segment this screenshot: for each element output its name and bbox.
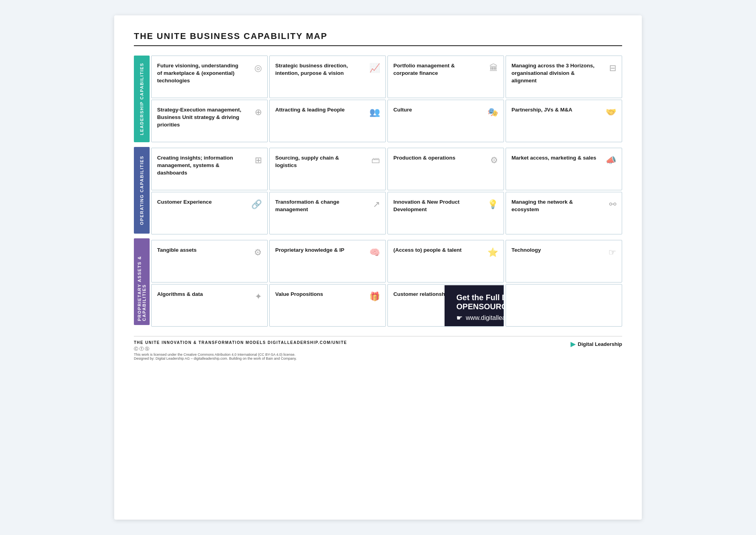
- cell-text: Creating insights; information managemen…: [157, 154, 243, 177]
- cell-text: Proprietary knowledge & IP: [275, 247, 345, 254]
- grid-row-leadership-1: Future visioning, understanding of marke…: [151, 56, 622, 98]
- cell-partnership: Partnership, JVs & M&A 🤝: [506, 100, 622, 142]
- cell-icon-assets: ⚙: [254, 247, 262, 258]
- page-title: THE UNITE BUSINESS CAPABILITY MAP: [134, 31, 622, 41]
- cell-strategic-business: Strategic business direction, intention,…: [269, 56, 386, 98]
- cell-text: Tangible assets: [157, 247, 196, 254]
- cell-text: Partnership, JVs & M&A: [511, 106, 573, 114]
- cell-icon-target: ⊕: [255, 107, 262, 117]
- cell-text: Algorithms & data: [157, 291, 203, 298]
- cell-attracting-leading: Attracting & leading People 👥: [269, 100, 386, 142]
- category-labels-column: LEADERSHIP CAPABILITIES OPERATING CAPABI…: [134, 56, 150, 327]
- cell-text: Transformation & change management: [275, 199, 361, 214]
- spacer-1: [151, 144, 622, 146]
- cell-icon-gift: 🎁: [369, 292, 380, 302]
- cell-text: Managing the network & ecosystem: [511, 199, 597, 214]
- cell-text: Portfolio management & corporate finance: [393, 62, 479, 77]
- cell-market-access: Market access, marketing & sales 📣: [506, 148, 622, 190]
- cell-customer-relationships: Customer relationships Get the Full Down…: [387, 284, 504, 327]
- banner-url: ☛ www.digitalleadership.com/UNITE: [456, 314, 504, 322]
- cell-icon-link: 🔗: [251, 199, 262, 210]
- cell-culture: Culture 🎭: [387, 100, 504, 142]
- cell-text: Attracting & leading People: [275, 106, 345, 114]
- cell-text: Production & operations: [393, 154, 456, 162]
- cell-icon-chart: 📈: [369, 63, 380, 73]
- cell-production-operations: Production & operations ⚙: [387, 148, 504, 190]
- cell-icon-dashboard: ⊞: [255, 155, 262, 165]
- footer: THE UNITE INNOVATION & TRANSFORMATION MO…: [134, 336, 622, 360]
- label-leadership: LEADERSHIP CAPABILITIES: [134, 56, 150, 142]
- cell-strategy-execution: Strategy-Execution management, Business …: [151, 100, 268, 142]
- cell-text: Strategic business direction, intention,…: [275, 62, 361, 77]
- cell-icon-megaphone: 📣: [606, 155, 616, 165]
- cell-transformation-change: Transformation & change management ↗: [269, 192, 386, 234]
- cell-value-propositions: Value Propositions 🎁: [269, 284, 386, 327]
- capability-map: LEADERSHIP CAPABILITIES OPERATING CAPABI…: [134, 56, 622, 327]
- finger-icon: ☛: [456, 314, 463, 322]
- cell-text: Culture: [393, 106, 412, 114]
- grid-row-proprietary-1: Tangible assets ⚙ Proprietary knowledge …: [151, 240, 622, 282]
- footer-design: Designed by: Digital Leadership AG – dig…: [134, 357, 347, 360]
- cell-text: Customer relationships: [393, 291, 453, 298]
- cell-icon-star: ⭐: [487, 247, 498, 258]
- cell-icon-brain: 🧠: [369, 247, 380, 258]
- cell-tangible-assets: Tangible assets ⚙: [151, 240, 268, 282]
- footer-license: This work is licensed under the Creative…: [134, 353, 347, 357]
- cell-icon-tech: ☞: [608, 247, 616, 258]
- cell-future-visioning: Future visioning, understanding of marke…: [151, 56, 268, 98]
- cell-icon-building: 🏛: [489, 63, 498, 73]
- footer-arrow-icon: ▶: [571, 340, 575, 348]
- spacer-2: [151, 236, 622, 238]
- footer-left: THE UNITE INNOVATION & TRANSFORMATION MO…: [134, 340, 347, 360]
- cell-text: Innovation & New Product Development: [393, 199, 479, 214]
- cell-sourcing-supply: Sourcing, supply chain & logistics 🗃: [269, 148, 386, 190]
- cell-managing-horizons: Managing across the 3 Horizons, organisa…: [506, 56, 622, 98]
- footer-brand-line: THE UNITE INNOVATION & TRANSFORMATION MO…: [134, 340, 347, 345]
- page: THE UNITE BUSINESS CAPABILITY MAP LEADER…: [114, 15, 642, 520]
- cell-icon-people: 👥: [369, 107, 380, 117]
- cell-icon-storage: 🗃: [371, 155, 380, 165]
- cell-icon-handshake: 🤝: [606, 107, 616, 117]
- cell-empty: [506, 284, 622, 327]
- cell-text: Customer Experience: [157, 199, 212, 206]
- footer-company-name: Digital Leadership: [578, 341, 622, 347]
- cell-text: Future visioning, understanding of marke…: [157, 62, 243, 85]
- cell-icon-mask: 🎭: [487, 107, 498, 117]
- grid-area: Future visioning, understanding of marke…: [151, 56, 622, 327]
- cell-text: Technology: [511, 247, 541, 254]
- label-proprietary: PROPRIETARY ASSETS & CAPABILITIES: [134, 238, 150, 325]
- cell-proprietary-knowledge: Proprietary knowledge & IP 🧠: [269, 240, 386, 282]
- cell-text: Strategy-Execution management, Business …: [157, 106, 243, 129]
- cell-text: Sourcing, supply chain & logistics: [275, 154, 361, 169]
- label-operating: OPERATING CAPABILITIES: [134, 147, 150, 234]
- cell-icon-algorithm: ✦: [255, 292, 262, 302]
- cell-creating-insights: Creating insights; information managemen…: [151, 148, 268, 190]
- cell-icon-bulb: 💡: [487, 199, 498, 210]
- cell-innovation-npd: Innovation & New Product Development 💡: [387, 192, 504, 234]
- cell-icon-grid: ⊟: [609, 63, 616, 73]
- cell-algorithms-data: Algorithms & data ✦: [151, 284, 268, 327]
- title-divider: [134, 45, 622, 46]
- footer-company: ▶ Digital Leadership: [571, 340, 622, 348]
- cell-text: Managing across the 3 Horizons, organisa…: [511, 62, 597, 85]
- cell-icon-network: ⚯: [609, 199, 616, 210]
- cell-technology: Technology ☞: [506, 240, 622, 282]
- cell-customer-experience: Customer Experience 🔗: [151, 192, 268, 234]
- banner-url-text: www.digitalleadership.com/UNITE: [466, 314, 504, 321]
- cell-text: Market access, marketing & sales: [511, 154, 596, 162]
- cell-icon-transform: ↗: [373, 199, 380, 210]
- grid-row-operating-1: Creating insights; information managemen…: [151, 148, 622, 190]
- cell-icon-globe: ◎: [254, 63, 262, 73]
- promo-banner: Get the Full Download For FREE and OPENS…: [445, 285, 504, 327]
- cell-managing-network: Managing the network & ecosystem ⚯: [506, 192, 622, 234]
- grid-row-operating-2: Customer Experience 🔗 Transformation & c…: [151, 192, 622, 234]
- cell-portfolio-management: Portfolio management & corporate finance…: [387, 56, 504, 98]
- grid-row-leadership-2: Strategy-Execution management, Business …: [151, 100, 622, 142]
- grid-row-proprietary-2: Algorithms & data ✦ Value Propositions 🎁…: [151, 284, 622, 327]
- banner-title: Get the Full Download For FREE and OPENS…: [456, 293, 504, 311]
- cell-access-people-talent: (Access to) people & talent ⭐: [387, 240, 504, 282]
- cell-icon-gear: ⚙: [490, 155, 498, 165]
- cell-text: (Access to) people & talent: [393, 247, 461, 254]
- cc-icon: Ⓒ ⓕ Ⓢ: [134, 346, 149, 352]
- cell-text: Value Propositions: [275, 291, 323, 298]
